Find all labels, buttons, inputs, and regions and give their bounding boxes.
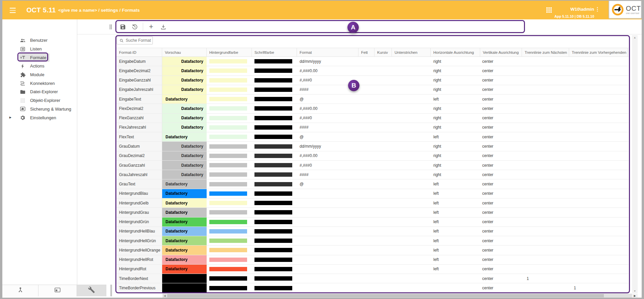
cell-font-color[interactable]	[252, 274, 297, 283]
cell-bold[interactable]	[358, 123, 374, 132]
cell-underline[interactable]	[392, 142, 431, 151]
format-row-FlexText[interactable]: FlexTextDatafactory@leftcenter	[116, 132, 629, 142]
cell-border-previous[interactable]	[569, 170, 628, 179]
cell-vertical-align[interactable]: center	[480, 66, 522, 75]
menu-icon[interactable]	[10, 8, 16, 14]
cell-border-previous[interactable]	[569, 179, 628, 188]
cell-background-color[interactable]	[207, 198, 252, 207]
cell-bold[interactable]	[358, 104, 374, 113]
cell-underline[interactable]	[392, 208, 431, 217]
cell-border-next[interactable]	[522, 227, 569, 236]
cell-format[interactable]: @	[297, 132, 358, 141]
cell-underline[interactable]	[392, 132, 431, 141]
cell-preview[interactable]: Datafactory	[162, 236, 207, 245]
cell-font-color[interactable]	[252, 246, 297, 255]
cell-horizontal-align[interactable]	[431, 283, 480, 292]
cell-horizontal-align[interactable]: left	[431, 236, 480, 245]
search-input[interactable]: Suche Format	[117, 36, 153, 44]
cell-font-color[interactable]	[252, 170, 297, 179]
cell-font-color[interactable]	[252, 76, 297, 85]
format-row-HintergrundHellBlau[interactable]: HintergrundHellBlauDatafactoryleftcenter	[116, 227, 629, 236]
cell-horizontal-align[interactable]: left	[431, 198, 480, 207]
cell-format-id[interactable]: HintergrundGelb	[116, 198, 162, 207]
cell-vertical-align[interactable]: center	[480, 170, 522, 179]
cell-preview[interactable]: Datafactory	[162, 179, 207, 188]
cell-underline[interactable]	[392, 179, 431, 188]
cell-border-next[interactable]	[522, 76, 569, 85]
column-header[interactable]: Trennlinie zum Vorhergehenden	[569, 48, 628, 56]
sidebar-item-datei-explorer[interactable]: Datei-Explorer	[2, 88, 77, 96]
cell-italic[interactable]	[374, 217, 392, 227]
cell-format-id[interactable]: GrauGanzzahl	[116, 161, 162, 170]
cell-horizontal-align[interactable]: right	[431, 123, 480, 132]
cell-bold[interactable]	[358, 142, 374, 151]
cell-format-id[interactable]: GrauDatum	[116, 142, 162, 151]
cell-preview[interactable]: Datafactory	[162, 85, 207, 94]
column-header[interactable]: Unterstrichen	[392, 48, 431, 56]
column-header[interactable]: Schriftfarbe	[252, 48, 297, 56]
cell-font-color[interactable]	[252, 227, 297, 236]
cell-underline[interactable]	[392, 76, 431, 85]
cell-bold[interactable]	[358, 283, 374, 292]
cell-border-next[interactable]	[522, 189, 569, 198]
cell-background-color[interactable]	[207, 76, 252, 85]
scroll-right-icon[interactable]: ▶	[632, 294, 638, 298]
cell-border-next[interactable]	[522, 57, 569, 66]
cell-border-next[interactable]	[522, 236, 569, 245]
cell-background-color[interactable]	[207, 142, 252, 151]
cell-italic[interactable]	[374, 95, 392, 104]
cell-bold[interactable]	[358, 151, 374, 160]
cell-preview[interactable]: Datafactory	[162, 255, 207, 264]
cell-preview[interactable]	[162, 274, 207, 283]
cell-horizontal-align[interactable]: left	[431, 227, 480, 236]
cell-background-color[interactable]	[207, 255, 252, 264]
cell-italic[interactable]	[374, 114, 392, 123]
cell-vertical-align[interactable]: center	[480, 85, 522, 94]
cell-font-color[interactable]	[252, 66, 297, 75]
cell-preview[interactable]: Datafactory	[162, 198, 207, 207]
cell-border-next[interactable]	[522, 217, 569, 227]
cell-background-color[interactable]	[207, 179, 252, 188]
column-header[interactable]: Horizontale Ausrichtung	[431, 48, 480, 56]
download-button[interactable]	[157, 21, 169, 32]
cell-font-color[interactable]	[252, 104, 297, 113]
cell-border-previous[interactable]	[569, 66, 628, 75]
cell-horizontal-align[interactable]: right	[431, 161, 480, 170]
cell-format[interactable]: ####	[297, 123, 358, 132]
cell-horizontal-align[interactable]: right	[431, 114, 480, 123]
cell-underline[interactable]	[392, 66, 431, 75]
format-row-GrauText[interactable]: GrauTextDatafactory@leftcenter	[116, 179, 629, 189]
cell-border-previous[interactable]	[569, 142, 628, 151]
cell-bold[interactable]	[358, 198, 374, 207]
cell-preview[interactable]: Datafactory	[162, 132, 207, 141]
column-header[interactable]: Kursiv	[374, 48, 392, 56]
cell-border-previous[interactable]	[569, 123, 628, 132]
cell-italic[interactable]	[374, 274, 392, 283]
cell-format[interactable]: #,###0	[297, 114, 358, 123]
cell-horizontal-align[interactable]: right	[431, 85, 480, 94]
format-row-EingabeDatum[interactable]: EingabeDatumDatafactorydd/mm/yyyyrightce…	[116, 57, 629, 66]
format-row-TimeBorderNext[interactable]: TimeBorderNextcenter1	[116, 274, 629, 283]
format-row-FlexDezimal2[interactable]: FlexDezimal2Datafactory#,###0.00rightcen…	[116, 104, 629, 113]
format-row-GrauDezimal2[interactable]: GrauDezimal2Datafactory#,###0.00rightcen…	[116, 151, 629, 161]
cell-underline[interactable]	[392, 255, 431, 264]
cell-format-id[interactable]: HintergrundBlau	[116, 189, 162, 198]
cell-border-previous[interactable]	[569, 217, 628, 227]
cell-vertical-align[interactable]: center	[480, 151, 522, 160]
cell-background-color[interactable]	[207, 123, 252, 132]
bottom-tab-window[interactable]	[38, 285, 77, 296]
column-header[interactable]: Format-ID	[116, 48, 162, 56]
sidebar-item-benutzer[interactable]: Benutzer	[2, 36, 77, 45]
cell-bold[interactable]	[358, 227, 374, 236]
cell-background-color[interactable]	[207, 57, 252, 66]
cell-format-id[interactable]: HintergrundHellOrange	[116, 246, 162, 255]
cell-format-id[interactable]: FlexText	[116, 132, 162, 141]
column-header[interactable]: Fett	[358, 48, 374, 56]
cell-vertical-align[interactable]: center	[480, 246, 522, 255]
cell-vertical-align[interactable]: center	[480, 142, 522, 151]
cell-vertical-align[interactable]: center	[480, 255, 522, 264]
cell-border-previous[interactable]	[569, 236, 628, 245]
cell-font-color[interactable]	[252, 236, 297, 245]
cell-italic[interactable]	[374, 142, 392, 151]
cell-horizontal-align[interactable]: right	[431, 170, 480, 179]
